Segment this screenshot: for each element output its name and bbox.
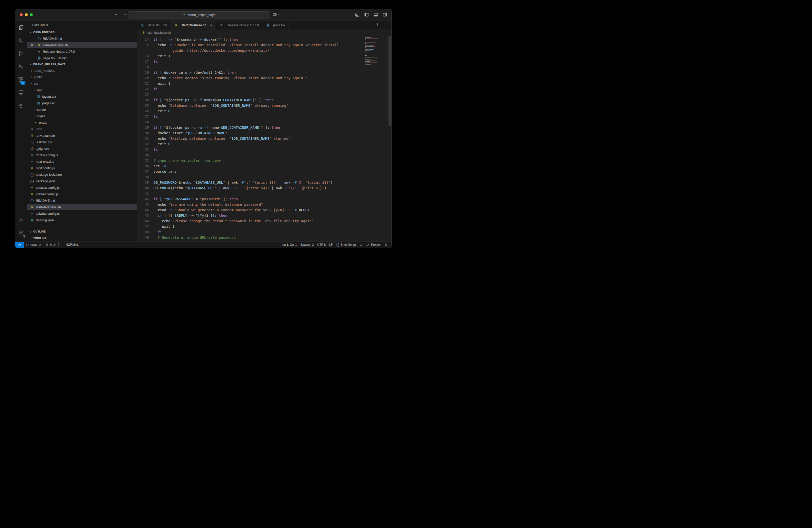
more-actions-icon[interactable]: ⋯ xyxy=(129,23,133,27)
code-line-32[interactable]: 32 exit 0 xyxy=(137,141,362,147)
status-git-branch[interactable]: main xyxy=(24,242,44,248)
code-line-14[interactable]: 14if ! [ -x "$(command -v docker)" ]; th… xyxy=(137,37,362,42)
code-line-25[interactable]: 25 echo "Database container '$DB_CONTAIN… xyxy=(137,103,362,108)
code-line-46[interactable]: 46 echo "Please change the default passw… xyxy=(137,218,362,224)
code-line-45[interactable]: 45 if ! [[ $REPLY =~ ^[Yy]$ ]]; then xyxy=(137,213,362,218)
layout-grid-icon[interactable] xyxy=(355,12,360,18)
close-icon[interactable]: × xyxy=(210,23,213,27)
open-editor-page.tsx[interactable]: page.tsxsrc/app xyxy=(27,55,137,61)
tree-item-.eslintrc.cjs[interactable]: .eslintrc.cjs xyxy=(27,139,137,145)
tree-folder-node_modules[interactable]: ›node_modules xyxy=(27,67,137,74)
tree-item-package.json[interactable]: { }package.json xyxy=(27,178,137,184)
code-editor[interactable]: 14if ! [ -x "$(command -v docker)" ]; th… xyxy=(137,36,392,241)
back-arrow-icon[interactable]: ← xyxy=(114,12,118,16)
activity-explorer[interactable] xyxy=(15,21,28,34)
tree-item-postcss.config.js[interactable]: JSpostcss.config.js xyxy=(27,184,137,191)
code-line-17[interactable]: 17fi xyxy=(137,59,362,64)
open-editor-Release Notes: 1.97.0[interactable]: ≡Release Notes: 1.97.0 xyxy=(27,48,137,55)
tree-item-env.js[interactable]: JSenv.js xyxy=(27,119,137,126)
close-icon[interactable]: × xyxy=(31,43,33,47)
code-line-41[interactable]: 41 xyxy=(137,191,362,196)
status-eol[interactable]: LF xyxy=(328,242,334,248)
code-line-27[interactable]: 27fi xyxy=(137,114,362,119)
open-editor-README.md[interactable]: README.md xyxy=(27,35,137,42)
code-line-38[interactable]: 38 xyxy=(137,174,362,180)
section-timeline[interactable]: › TIMELINE xyxy=(27,235,137,241)
code-line-36[interactable]: 36set -a xyxy=(137,163,362,169)
code-line-47[interactable]: 47 exit 1 xyxy=(137,224,362,229)
code-line-35[interactable]: 35# import env variables from .env xyxy=(137,158,362,163)
tree-item-README.md[interactable]: README.md xyxy=(27,197,137,204)
copilot-menu[interactable] xyxy=(272,12,281,18)
code-line-16[interactable]: 16 exit 1 xyxy=(137,53,362,59)
layout-sidebar-left-icon[interactable] xyxy=(364,12,369,18)
tab-Release Notes: 1.97.0[interactable]: ≡Release Notes: 1.97.0 xyxy=(216,20,262,29)
activity-extensions[interactable]: 1 xyxy=(15,73,28,87)
code-line-23[interactable]: 23 xyxy=(137,92,362,97)
tab-README.md[interactable]: README.md xyxy=(137,20,171,29)
section-open-editors[interactable]: › OPEN EDITORS xyxy=(27,29,137,35)
code-line-43[interactable]: 43 echo "You are using the default datab… xyxy=(137,202,362,207)
tree-item-drizzle.config.ts[interactable]: TSdrizzle.config.ts xyxy=(27,152,137,158)
activity-search[interactable] xyxy=(15,34,28,47)
code-line-18[interactable]: 18 xyxy=(137,64,362,70)
open-editor-start-database.sh[interactable]: ×$start-database.sh xyxy=(27,42,137,48)
activity-remote-explorer[interactable] xyxy=(15,87,28,100)
tree-item-next-env.d.ts[interactable]: TSnext-env.d.ts xyxy=(27,158,137,165)
scrollbar-thumb[interactable] xyxy=(389,36,391,126)
activity-docker[interactable] xyxy=(15,100,28,113)
tab-start-database.sh[interactable]: $start-database.sh× xyxy=(171,20,216,29)
tree-item-.env.example[interactable]: $.env.example xyxy=(27,132,137,139)
code-line-37[interactable]: 37source .env xyxy=(137,169,362,174)
code-line-29[interactable]: 29if [ "$(docker ps -q -a -f name=$DB_CO… xyxy=(137,125,362,130)
code-line-26[interactable]: 26 exit 0 xyxy=(137,108,362,114)
tree-folder-styles[interactable]: ›styles xyxy=(27,113,137,119)
tree-item-tsconfig.json[interactable]: {}tsconfig.json xyxy=(27,217,137,223)
status-indentation[interactable]: Spaces: 2 xyxy=(299,242,316,248)
zoom-button[interactable] xyxy=(30,13,33,16)
tree-item-package-lock.json[interactable]: { }package-lock.json xyxy=(27,171,137,178)
tree-folder-public[interactable]: ›public xyxy=(27,74,137,80)
activity-accounts[interactable] xyxy=(15,214,28,226)
tree-folder-app[interactable]: ›app xyxy=(27,87,137,93)
code-line-24[interactable]: 24if [ "$(docker ps -q -f name=$DB_CONTA… xyxy=(137,97,362,103)
activity-run-debug[interactable] xyxy=(15,60,28,73)
tree-item-.gitignore[interactable]: .gitignore xyxy=(27,145,137,152)
code-line-21[interactable]: 21 exit 1 xyxy=(137,81,362,86)
tab-page.tsx[interactable]: page.tsx xyxy=(262,20,289,29)
tree-folder-src[interactable]: ›src xyxy=(27,80,137,87)
layout-sidebar-right-icon[interactable] xyxy=(382,12,388,18)
status-remote[interactable]: >< xyxy=(15,242,24,248)
code-line-49[interactable]: 49 # Generate a random URL-safe password xyxy=(137,235,362,240)
tree-item-layout.tsx[interactable]: layout.tsx xyxy=(27,93,137,100)
code-line-19[interactable]: 19if ! docker info > /dev/null 2>&1; the… xyxy=(137,70,362,75)
status-notifications[interactable] xyxy=(382,242,390,248)
status-cursor-position[interactable]: Ln 1, Col 1 xyxy=(280,242,299,248)
tree-item-prettier.config.js[interactable]: JSprettier.config.js xyxy=(27,191,137,197)
minimap[interactable] xyxy=(365,37,388,65)
code-line-20[interactable]: 20 echo "Docker daemon is not running. P… xyxy=(137,75,362,81)
status-prettier[interactable]: Prettier xyxy=(364,242,382,248)
status-vim-mode[interactable]: -- NORMAL -- xyxy=(61,242,83,248)
code-line-39[interactable]: 39DB_PASSWORD=$(echo "$DATABASE_URL" | a… xyxy=(137,180,362,185)
ellipsis-icon[interactable]: ⋯ xyxy=(384,23,388,27)
code-line-28[interactable]: 28 xyxy=(137,119,362,125)
code-line-30[interactable]: 30 docker start "$DB_CONTAINER_NAME" xyxy=(137,130,362,136)
command-center[interactable]: brand_helper_naya xyxy=(128,11,270,18)
code-line-22[interactable]: 22fi xyxy=(137,86,362,92)
code-line-48[interactable]: 48 fi xyxy=(137,229,362,235)
section-project[interactable]: › BRAND_HELPER_NAYA xyxy=(27,61,137,67)
tree-item-next.config.js[interactable]: JSnext.config.js xyxy=(27,165,137,171)
status-encoding[interactable]: UTF-8 xyxy=(316,242,328,248)
close-button[interactable] xyxy=(20,13,23,16)
minimize-button[interactable] xyxy=(25,13,28,16)
code-line-40[interactable]: 40DB_PORT=$(echo "$DATABASE_URL" | awk -… xyxy=(137,185,362,191)
tree-item-start-database.sh[interactable]: $start-database.sh xyxy=(27,204,137,210)
layout-panel-icon[interactable] xyxy=(373,12,378,18)
activity-settings[interactable] xyxy=(15,226,28,239)
editor-scrollbar[interactable] xyxy=(389,36,391,241)
code-line-33[interactable]: 33fi xyxy=(137,147,362,152)
forward-arrow-icon[interactable]: → xyxy=(123,12,128,16)
status-problems[interactable]: 00 xyxy=(44,242,61,248)
code-line-wrap[interactable]: guide: https://docs.docker.com/engine/in… xyxy=(137,48,362,53)
